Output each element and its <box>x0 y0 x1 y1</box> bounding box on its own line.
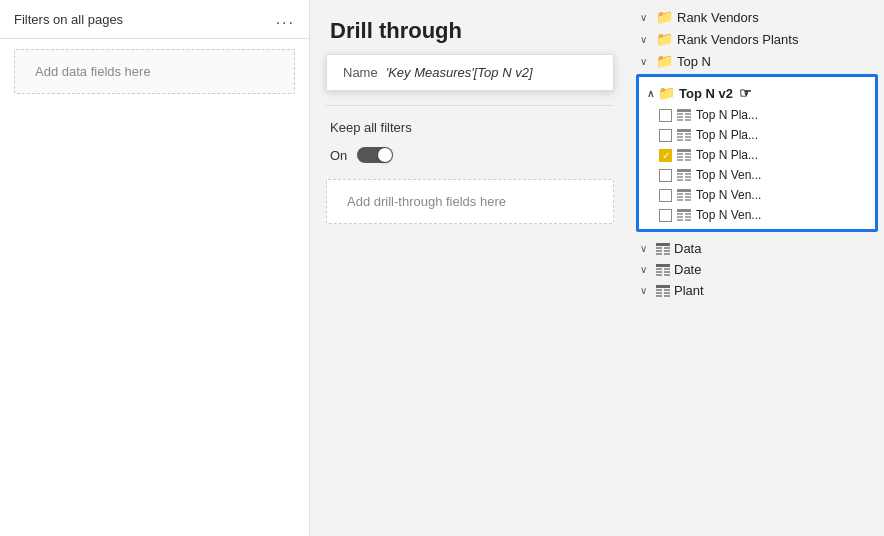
svg-rect-30 <box>685 193 691 195</box>
item-label-0: Top N Pla... <box>696 108 758 122</box>
table-icon-1 <box>677 129 691 141</box>
group-item-5[interactable]: Top N Ven... <box>639 205 875 225</box>
left-panel: Filters on all pages ... Add data fields… <box>0 0 310 536</box>
svg-rect-57 <box>656 289 662 291</box>
svg-rect-37 <box>685 213 691 215</box>
svg-rect-41 <box>685 219 691 221</box>
middle-panel: Drill through Name 'Key Measures'[Top N … <box>310 0 630 536</box>
svg-rect-19 <box>677 159 683 161</box>
item-label-5: Top N Ven... <box>696 208 761 222</box>
svg-rect-49 <box>656 264 670 267</box>
filters-header: Filters on all pages ... <box>0 0 309 39</box>
chevron-icon: ∨ <box>640 285 652 296</box>
group-item-3[interactable]: Top N Ven... <box>639 165 875 185</box>
tree-item-rank-vendors-plants[interactable]: ∨ 📁 Rank Vendors Plants <box>630 28 884 50</box>
tree-item-data[interactable]: ∨ Data <box>630 238 884 259</box>
svg-rect-47 <box>656 253 662 255</box>
svg-rect-23 <box>685 173 691 175</box>
svg-rect-20 <box>685 159 691 161</box>
svg-rect-34 <box>685 199 691 201</box>
svg-rect-29 <box>677 193 683 195</box>
folder-icon: 📁 <box>656 9 673 25</box>
item-label-1: Top N Pla... <box>696 128 758 142</box>
toggle-on-label: On <box>330 148 347 163</box>
right-panel: ∨ 📁 Rank Vendors ∨ 📁 Rank Vendors Plants… <box>630 0 884 536</box>
tree-item-plant[interactable]: ∨ Plant <box>630 280 884 301</box>
tree-item-top-n[interactable]: ∨ 📁 Top N <box>630 50 884 72</box>
svg-rect-48 <box>664 253 670 255</box>
svg-rect-2 <box>685 113 691 115</box>
svg-rect-0 <box>677 109 691 112</box>
add-data-fields-box[interactable]: Add data fields here <box>14 49 295 94</box>
svg-rect-6 <box>685 119 691 121</box>
svg-rect-1 <box>677 113 683 115</box>
svg-rect-3 <box>677 116 683 118</box>
svg-rect-4 <box>685 116 691 118</box>
item-label: Rank Vendors <box>677 10 759 25</box>
group-label: Top N v2 <box>679 86 733 101</box>
group-item-0[interactable]: Top N Pla... <box>639 105 875 125</box>
table-icon-5 <box>677 209 691 221</box>
filters-title: Filters on all pages <box>14 12 123 27</box>
chevron-icon: ∨ <box>640 56 652 67</box>
svg-rect-45 <box>656 250 662 252</box>
table-icon-0 <box>677 109 691 121</box>
name-value: 'Key Measures'[Top N v2] <box>386 65 533 80</box>
svg-rect-36 <box>677 213 683 215</box>
group-item-1[interactable]: Top N Pla... <box>639 125 875 145</box>
item-label: Top N <box>677 54 711 69</box>
chevron-icon: ∨ <box>640 12 652 23</box>
svg-rect-21 <box>677 169 691 172</box>
tree-item-date[interactable]: ∨ Date <box>630 259 884 280</box>
toggle-switch[interactable] <box>357 147 393 163</box>
toggle-thumb <box>378 148 392 162</box>
svg-rect-8 <box>677 133 683 135</box>
svg-rect-5 <box>677 119 683 121</box>
checkbox-0[interactable] <box>659 109 672 122</box>
name-tooltip: Name 'Key Measures'[Top N v2] <box>326 54 614 91</box>
svg-rect-25 <box>685 176 691 178</box>
svg-rect-28 <box>677 189 691 192</box>
item-label-4: Top N Ven... <box>696 188 761 202</box>
checkbox-2[interactable]: ✓ <box>659 149 672 162</box>
checkbox-4[interactable] <box>659 189 672 202</box>
svg-rect-35 <box>677 209 691 212</box>
svg-rect-24 <box>677 176 683 178</box>
svg-rect-22 <box>677 173 683 175</box>
highlighted-group-box: ∧ 📁 Top N v2 ☞ Top N Pla... <box>636 74 878 232</box>
svg-rect-12 <box>677 139 683 141</box>
table-icon-4 <box>677 189 691 201</box>
svg-rect-51 <box>664 268 670 270</box>
group-item-4[interactable]: Top N Ven... <box>639 185 875 205</box>
divider <box>326 105 614 106</box>
chevron-icon: ∨ <box>640 243 652 254</box>
ellipsis-button[interactable]: ... <box>276 10 295 28</box>
svg-rect-31 <box>677 196 683 198</box>
add-data-fields-label: Add data fields here <box>35 64 151 79</box>
add-drillthrough-box[interactable]: Add drill-through fields here <box>326 179 614 224</box>
drill-through-title: Drill through <box>310 0 630 54</box>
checkbox-1[interactable] <box>659 129 672 142</box>
chevron-icon: ∨ <box>640 264 652 275</box>
item-label: Date <box>674 262 701 277</box>
group-item-2[interactable]: ✓ Top N Pla... <box>639 145 875 165</box>
svg-rect-38 <box>677 216 683 218</box>
svg-rect-13 <box>685 139 691 141</box>
folder-icon: 📁 <box>656 31 673 47</box>
checkbox-5[interactable] <box>659 209 672 222</box>
svg-rect-62 <box>664 295 670 297</box>
svg-rect-44 <box>664 247 670 249</box>
item-label-3: Top N Ven... <box>696 168 761 182</box>
add-drillthrough-label: Add drill-through fields here <box>347 194 506 209</box>
tree-item-rank-vendors[interactable]: ∨ 📁 Rank Vendors <box>630 6 884 28</box>
svg-rect-9 <box>685 133 691 135</box>
svg-rect-26 <box>677 179 683 181</box>
checkbox-3[interactable] <box>659 169 672 182</box>
svg-rect-56 <box>656 285 670 288</box>
svg-rect-59 <box>656 292 662 294</box>
toggle-row: On <box>310 143 630 173</box>
table-icon-3 <box>677 169 691 181</box>
group-header[interactable]: ∧ 📁 Top N v2 ☞ <box>639 81 875 105</box>
svg-rect-61 <box>656 295 662 297</box>
svg-rect-10 <box>677 136 683 138</box>
